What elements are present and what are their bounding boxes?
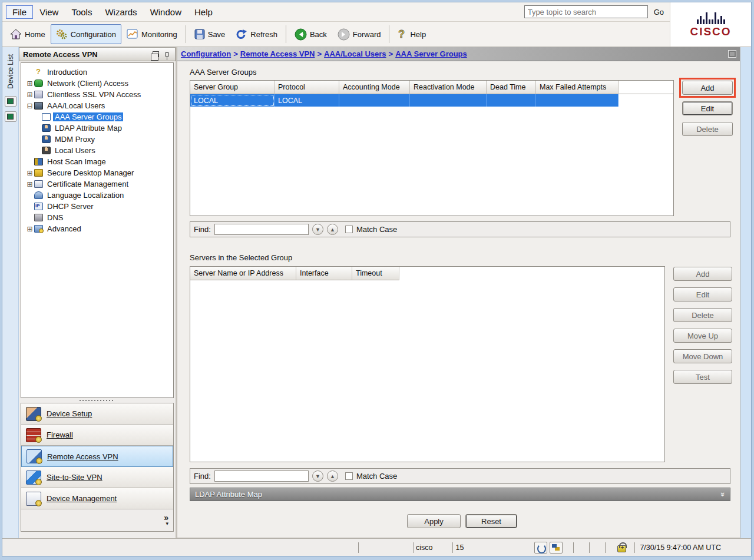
- menu-tools[interactable]: Tools: [65, 5, 98, 19]
- cisco-logo-bars: [697, 11, 725, 24]
- gears-icon: [56, 29, 68, 39]
- expand-icon[interactable]: ⊞: [26, 169, 34, 177]
- topic-search-input[interactable]: [524, 5, 648, 18]
- help-button[interactable]: ? Help: [392, 24, 431, 44]
- server-add-button[interactable]: Add: [673, 267, 732, 281]
- menu-help[interactable]: Help: [188, 5, 219, 19]
- tree-item-ldap-attribute-map[interactable]: LDAP Attribute Map: [26, 122, 172, 134]
- tree-item-dns[interactable]: DNS: [26, 212, 172, 223]
- nav-firewall[interactable]: Firewall: [21, 425, 173, 446]
- nav-device-management[interactable]: Device Management: [21, 488, 173, 509]
- server-delete-button[interactable]: Delete: [673, 308, 732, 322]
- nav-device-setup[interactable]: Device Setup: [21, 403, 173, 425]
- breadcrumb-remote-access-vpn[interactable]: Remote Access VPN: [240, 49, 315, 58]
- save-button[interactable]: Save: [189, 24, 231, 44]
- menu-file[interactable]: File: [6, 5, 33, 19]
- ldap-map-icon: [42, 124, 51, 132]
- col-protocol[interactable]: Protocol: [275, 81, 339, 94]
- tree-item-advanced[interactable]: ⊞Advanced: [26, 223, 172, 234]
- server-move-up-button[interactable]: Move Up: [673, 329, 732, 343]
- apply-button[interactable]: Apply: [407, 514, 461, 528]
- tree-item-certificate-management[interactable]: ⊞Certificate Management: [26, 178, 172, 190]
- float-pane-icon[interactable]: [153, 51, 159, 57]
- server-groups-table[interactable]: Server Group Protocol Accounting Mode Re…: [190, 80, 674, 216]
- tree-item-clientless-ssl-vpn[interactable]: ⊞Clientless SSL VPN Access: [26, 89, 172, 100]
- expand-icon[interactable]: ⊞: [26, 180, 34, 188]
- pin-pane-icon[interactable]: [165, 52, 169, 57]
- tree-item-local-users[interactable]: Local Users: [26, 145, 172, 156]
- nav-remote-access-vpn[interactable]: Remote Access VPN: [21, 446, 173, 467]
- tree-item-secure-desktop-manager[interactable]: ⊞Secure Desktop Manager: [26, 167, 172, 178]
- menu-window[interactable]: Window: [144, 5, 188, 19]
- breadcrumb-aaa-server-groups[interactable]: AAA Server Groups: [395, 49, 467, 58]
- device-list-strip: Device List: [2, 47, 19, 538]
- match-case-checkbox[interactable]: [345, 472, 353, 480]
- home-button[interactable]: Home: [5, 24, 51, 44]
- tree-item-introduction[interactable]: Introduction: [26, 67, 172, 78]
- status-device-icon[interactable]: [550, 542, 563, 554]
- find-prev-icon[interactable]: ▲: [327, 470, 338, 482]
- expand-icon[interactable]: ⊞: [26, 79, 34, 88]
- restore-pane-button[interactable]: [728, 50, 736, 58]
- col-server-group[interactable]: Server Group: [190, 81, 275, 94]
- match-case-checkbox[interactable]: [345, 226, 353, 233]
- tree-item-dhcp-server[interactable]: DHCP Server: [26, 201, 172, 212]
- device-icon[interactable]: [5, 111, 16, 122]
- status-refresh-icon[interactable]: [534, 542, 547, 554]
- tree-item-aaa-server-groups[interactable]: AAA Server Groups: [26, 111, 172, 122]
- server-test-button[interactable]: Test: [673, 370, 732, 384]
- tree-item-network-client-access[interactable]: ⊞Network (Client) Access: [26, 78, 172, 89]
- server-move-down-button[interactable]: Move Down: [673, 349, 732, 363]
- find-bar-servers: Find: ▼ ▲ Match Case: [190, 468, 730, 484]
- collapse-icon[interactable]: ⊟: [26, 102, 34, 110]
- col-interface[interactable]: Interface: [296, 267, 352, 280]
- forward-button[interactable]: Forward: [332, 24, 386, 44]
- firewall-icon: [26, 428, 41, 442]
- back-button[interactable]: Back: [289, 24, 332, 44]
- table-row-local[interactable]: LOCAL LOCAL: [190, 94, 673, 107]
- find-input[interactable]: [214, 470, 309, 482]
- menu-wizards[interactable]: Wizards: [98, 5, 143, 19]
- server-edit-button[interactable]: Edit: [673, 287, 732, 301]
- breadcrumb-aaa-local-users[interactable]: AAA/Local Users: [324, 49, 386, 58]
- device-list-tab[interactable]: Device List: [6, 52, 15, 91]
- expand-icon[interactable]: ⊞: [26, 91, 34, 99]
- col-server-name[interactable]: Server Name or IP Address: [190, 267, 296, 280]
- configuration-button[interactable]: Configuration: [51, 24, 121, 44]
- find-next-icon[interactable]: ▼: [312, 224, 323, 235]
- tree-item-language-localization[interactable]: Language Localization: [26, 190, 172, 201]
- find-next-icon[interactable]: ▼: [312, 470, 323, 482]
- monitoring-button[interactable]: Monitoring: [121, 24, 183, 44]
- find-input[interactable]: [214, 224, 309, 235]
- svg-text:?: ?: [398, 28, 405, 40]
- tree-item-aaa-local-users[interactable]: ⊟AAA/Local Users: [26, 100, 172, 111]
- group-edit-button[interactable]: Edit: [682, 101, 733, 115]
- search-go-button[interactable]: Go: [648, 8, 670, 16]
- tree-item-mdm-proxy[interactable]: MDM Proxy: [26, 134, 172, 145]
- sidebar-splitter[interactable]: [19, 398, 176, 403]
- toolbar: Home Configuration Monitoring Save: [2, 22, 670, 47]
- device-icon[interactable]: [5, 96, 16, 107]
- menu-view[interactable]: View: [33, 5, 65, 19]
- status-timestamp: 7/30/15 9:47:00 AM UTC: [640, 544, 721, 552]
- col-max-failed[interactable]: Max Failed Attempts: [536, 81, 619, 94]
- col-dead-time[interactable]: Dead Time: [487, 81, 536, 94]
- group-add-button[interactable]: Add: [682, 81, 733, 95]
- servers-table[interactable]: Server Name or IP Address Interface Time…: [190, 266, 665, 462]
- group-delete-button[interactable]: Delete: [682, 122, 733, 136]
- tree-item-host-scan-image[interactable]: Host Scan Image: [26, 156, 172, 167]
- nav-site-to-site-vpn[interactable]: Site-to-Site VPN: [21, 467, 173, 488]
- nav-overflow-area[interactable]: »▾: [21, 509, 173, 531]
- ldap-attribute-map-section[interactable]: LDAP Attribute Map »: [190, 488, 730, 501]
- find-prev-icon[interactable]: ▲: [327, 224, 338, 235]
- feature-nav-list: Device Setup Firewall Remote Access VPN …: [21, 403, 174, 532]
- col-accounting-mode[interactable]: Accounting Mode: [339, 81, 410, 94]
- server-groups-title: AAA Server Groups: [190, 68, 256, 77]
- col-timeout[interactable]: Timeout: [352, 267, 399, 280]
- col-reactivation-mode[interactable]: Reactivation Mode: [410, 81, 487, 94]
- reset-button[interactable]: Reset: [465, 514, 517, 528]
- breadcrumb-configuration[interactable]: Configuration: [181, 49, 231, 58]
- expand-icon[interactable]: ⊞: [26, 225, 34, 233]
- refresh-button[interactable]: Refresh: [230, 24, 283, 44]
- expand-section-chevron-icon: »: [719, 492, 727, 496]
